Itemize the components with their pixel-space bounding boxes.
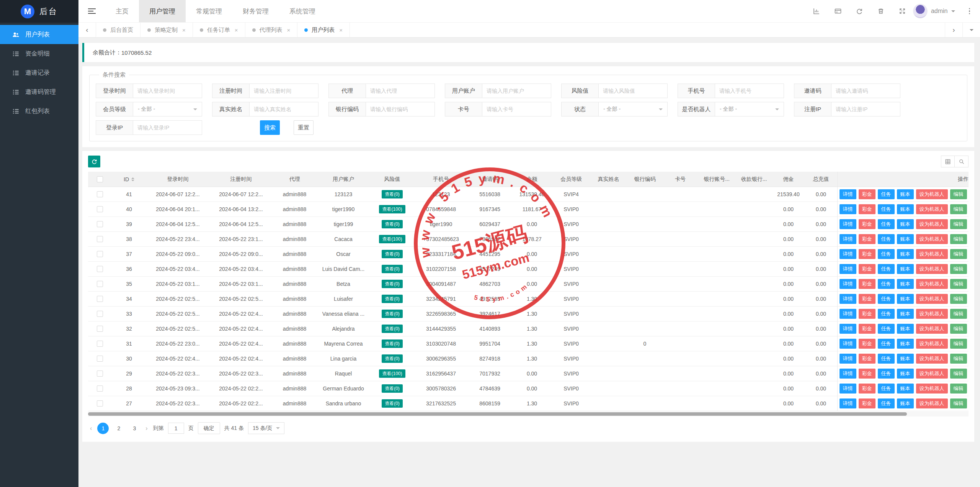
column-header[interactable]: 真实姓名: [590, 172, 627, 187]
trash-icon[interactable]: [877, 7, 885, 15]
risk-view-badge[interactable]: 查看(0): [382, 265, 403, 273]
action-button[interactable]: 详情: [840, 354, 856, 364]
column-header[interactable]: 邀请码: [468, 172, 512, 187]
row-checkbox[interactable]: [97, 296, 103, 302]
action-button[interactable]: 详情: [840, 264, 856, 274]
row-checkbox[interactable]: [97, 251, 103, 257]
top-menu-item[interactable]: 常规管理: [186, 0, 232, 22]
column-header[interactable]: 收款银行...: [736, 172, 772, 187]
refresh-button[interactable]: [88, 156, 100, 167]
risk-view-badge[interactable]: 查看(0): [382, 250, 403, 258]
page-number[interactable]: 3: [129, 423, 140, 434]
sidebar-item[interactable]: 红包列表: [0, 102, 78, 121]
action-button[interactable]: 任务: [878, 398, 895, 408]
action-button[interactable]: 编辑: [950, 339, 967, 349]
action-button[interactable]: 账本: [897, 264, 914, 274]
action-button[interactable]: 编辑: [950, 398, 967, 408]
action-button[interactable]: 设为机器人: [916, 309, 948, 319]
action-button[interactable]: 任务: [878, 324, 895, 334]
action-button[interactable]: 设为机器人: [916, 324, 948, 334]
row-checkbox[interactable]: [97, 371, 103, 377]
action-button[interactable]: 账本: [897, 324, 914, 334]
action-button[interactable]: 账本: [897, 204, 914, 214]
user-menu[interactable]: admin: [913, 4, 955, 18]
row-checkbox[interactable]: [97, 341, 103, 347]
column-header[interactable]: 注册时间: [209, 172, 273, 187]
search-input[interactable]: [133, 84, 202, 98]
search-input[interactable]: [599, 84, 668, 98]
column-header[interactable]: 余额: [512, 172, 552, 187]
tabs-scroll-right-icon[interactable]: ›: [945, 23, 962, 37]
column-header[interactable]: 卡号: [663, 172, 697, 187]
row-checkbox[interactable]: [97, 326, 103, 332]
row-checkbox[interactable]: [97, 221, 103, 227]
action-button[interactable]: 账本: [897, 249, 914, 259]
sidebar-toggle-icon[interactable]: [78, 0, 105, 22]
page-number[interactable]: 2: [113, 423, 124, 434]
action-button[interactable]: 账本: [897, 279, 914, 289]
search-input[interactable]: [366, 102, 435, 116]
action-button[interactable]: 详情: [840, 204, 856, 214]
refresh-icon[interactable]: [856, 7, 863, 15]
top-menu-item[interactable]: 系统管理: [279, 0, 326, 22]
tab-close-icon[interactable]: ×: [287, 27, 291, 33]
risk-view-badge[interactable]: 查看(0): [382, 280, 403, 288]
card-icon[interactable]: [834, 7, 842, 15]
action-button[interactable]: 编辑: [950, 309, 967, 319]
action-button[interactable]: 任务: [878, 264, 895, 274]
action-button[interactable]: 设为机器人: [916, 249, 948, 259]
action-button[interactable]: 编辑: [950, 264, 967, 274]
action-button[interactable]: 详情: [840, 234, 856, 244]
top-menu-item[interactable]: 财务管理: [232, 0, 279, 22]
next-page-icon[interactable]: ›: [144, 425, 149, 432]
column-header[interactable]: 总充值: [805, 172, 837, 187]
row-checkbox[interactable]: [97, 356, 103, 362]
logo[interactable]: M 后台: [0, 0, 78, 23]
action-button[interactable]: 设为机器人: [916, 339, 948, 349]
tab-close-icon[interactable]: ×: [339, 27, 343, 33]
action-button[interactable]: 彩金: [859, 354, 875, 364]
action-button[interactable]: 任务: [878, 384, 895, 394]
action-button[interactable]: 详情: [840, 369, 856, 379]
row-checkbox[interactable]: [97, 311, 103, 317]
action-button[interactable]: 详情: [840, 324, 856, 334]
action-button[interactable]: 账本: [897, 234, 914, 244]
action-button[interactable]: 彩金: [859, 369, 875, 379]
search-input[interactable]: [831, 102, 900, 116]
search-select[interactable]: - 全部 -: [133, 102, 202, 116]
search-input[interactable]: [715, 84, 784, 98]
action-button[interactable]: 详情: [840, 339, 856, 349]
select-all-checkbox[interactable]: [97, 176, 103, 182]
sidebar-item[interactable]: 用户列表: [0, 25, 78, 44]
action-button[interactable]: 账本: [897, 339, 914, 349]
action-button[interactable]: 设为机器人: [916, 354, 948, 364]
chart-icon[interactable]: [813, 7, 820, 15]
action-button[interactable]: 彩金: [859, 384, 875, 394]
row-checkbox[interactable]: [97, 385, 103, 392]
risk-view-badge[interactable]: 查看(100): [379, 235, 405, 243]
action-button[interactable]: 账本: [897, 369, 914, 379]
action-button[interactable]: 任务: [878, 279, 895, 289]
action-button[interactable]: 详情: [840, 219, 856, 229]
column-header[interactable]: 银行编码: [627, 172, 663, 187]
action-button[interactable]: 设为机器人: [916, 294, 948, 304]
action-button[interactable]: 任务: [878, 234, 895, 244]
search-input[interactable]: [482, 102, 551, 116]
action-button[interactable]: 设为机器人: [916, 219, 948, 229]
row-checkbox[interactable]: [97, 266, 103, 272]
column-header[interactable]: 用户账户: [317, 172, 370, 187]
search-select[interactable]: - 全部 -: [715, 102, 784, 116]
action-button[interactable]: 详情: [840, 398, 856, 408]
action-button[interactable]: 任务: [878, 294, 895, 304]
action-button[interactable]: 彩金: [859, 398, 875, 408]
action-button[interactable]: 任务: [878, 369, 895, 379]
row-checkbox[interactable]: [97, 400, 103, 407]
risk-view-badge[interactable]: 查看(0): [382, 325, 403, 333]
goto-page-input[interactable]: [168, 423, 184, 434]
action-button[interactable]: 任务: [878, 189, 895, 199]
action-button[interactable]: 账本: [897, 294, 914, 304]
action-button[interactable]: 编辑: [950, 219, 967, 229]
search-input[interactable]: [250, 102, 318, 116]
action-button[interactable]: 彩金: [859, 294, 875, 304]
row-checkbox[interactable]: [97, 206, 103, 212]
